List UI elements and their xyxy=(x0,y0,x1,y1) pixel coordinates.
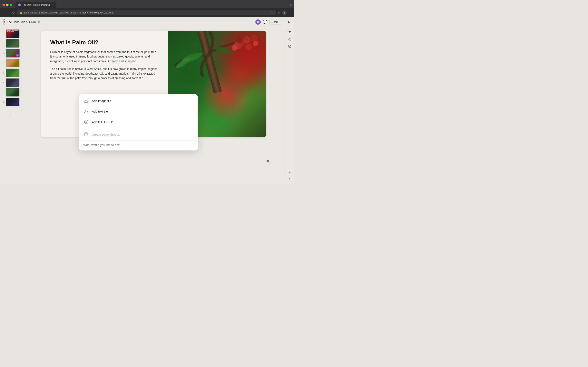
content-area: What is Palm Oil? Palm oil is a type of … xyxy=(22,27,285,184)
tab-close-btn[interactable]: ✕ xyxy=(52,4,53,6)
ssl-lock-icon: 🔒 xyxy=(20,11,22,14)
more-options-icon[interactable]: ··· xyxy=(283,20,286,24)
tab-title: The Dark Side of Palm Oil xyxy=(22,3,51,6)
slide-number-8: 8 xyxy=(2,101,4,103)
reload-btn[interactable]: ↻ xyxy=(11,10,16,16)
minimize-window-btn[interactable] xyxy=(6,4,9,6)
add-image-label: Add image tile xyxy=(92,99,111,103)
app-title: The Dark Side of Palm Oil xyxy=(7,20,255,24)
create-page-label: Create page about... xyxy=(92,133,120,136)
slide-item-7[interactable]: 7 xyxy=(2,88,20,97)
slide-body: Palm oil is a type of edible vegetable o… xyxy=(50,50,159,80)
popup-input-row xyxy=(79,141,198,149)
slide-item-4[interactable]: 4 xyxy=(2,59,20,67)
slide-thumb-1[interactable]: Discover the harmful impact of Palm Oil … xyxy=(6,29,20,38)
browser-more-icon[interactable]: ⋮ xyxy=(288,11,292,15)
url-display: tome.app/sarahsworkspace/the-dark-side-o… xyxy=(24,11,114,14)
slide-number-1: 1 xyxy=(2,33,4,35)
slide-item-2[interactable]: 2 xyxy=(2,39,20,48)
window-controls xyxy=(2,4,12,6)
add-text-label: Add text tile xyxy=(92,110,108,113)
forward-nav-btn[interactable]: › xyxy=(7,10,9,15)
browser-chrome: The Dark Side of Palm Oil ✕ + ≡ ‹ › ↻ 🔒 … xyxy=(0,0,294,17)
slide-number-6: 6 xyxy=(2,82,4,84)
slide-thumb-4[interactable] xyxy=(6,59,20,67)
app-header: ‹ The Dark Side of Palm Oil S 💬 Share ··… xyxy=(0,17,294,27)
svg-point-5 xyxy=(245,44,252,50)
slide-thumb-8[interactable] xyxy=(6,98,20,106)
slide-paragraph-1: Palm oil is a type of edible vegetable o… xyxy=(50,50,159,63)
popup-item-add-dalle[interactable]: Add DALL·E tile xyxy=(79,117,198,127)
maximize-window-btn[interactable] xyxy=(10,4,12,6)
slide-number-7: 7 xyxy=(2,91,4,94)
add-slide-row[interactable]: + xyxy=(2,109,20,116)
slide-item-8[interactable]: 8 xyxy=(2,98,20,106)
browser-tab-active[interactable]: The Dark Side of Palm Oil ✕ xyxy=(16,2,56,8)
add-dalle-label: Add DALL·E tile xyxy=(92,120,113,124)
share-button[interactable]: Share xyxy=(269,20,281,25)
svg-text:✦: ✦ xyxy=(87,135,88,136)
svg-point-6 xyxy=(251,34,258,42)
header-actions: S 💬 Share ··· ▶ xyxy=(255,19,291,25)
slide-item-5[interactable]: 5 xyxy=(2,68,20,77)
svg-point-2 xyxy=(243,36,251,43)
slide-number-2: 2 xyxy=(2,42,4,45)
user-avatar: S xyxy=(255,19,261,25)
svg-point-3 xyxy=(232,45,237,50)
svg-point-7 xyxy=(253,41,259,46)
user-badge-slide-3: S xyxy=(16,54,19,57)
popup-arrow-icon: › xyxy=(192,133,194,136)
target-button[interactable]: ◎ xyxy=(288,37,291,41)
mouse-cursor: ↖ xyxy=(268,160,271,164)
add-tile-button[interactable]: + xyxy=(288,29,291,34)
slide-item-3[interactable]: 3 S xyxy=(2,49,20,58)
browser-menu-icon[interactable]: ≡ xyxy=(290,3,292,7)
dalle-icon xyxy=(83,119,89,125)
slide-thumb-2[interactable] xyxy=(6,39,20,48)
bookmark-icon[interactable]: ☆ xyxy=(271,11,274,14)
popup-item-create-page[interactable]: ✦ Create page about... › xyxy=(79,129,198,140)
slides-sidebar: 1 Discover the harmful impact of Palm Oi… xyxy=(0,27,22,184)
popup-item-add-text[interactable]: Aa Add text tile xyxy=(79,106,198,117)
new-tab-btn[interactable]: + xyxy=(57,2,64,8)
slide-paragraph-2: The oil palm tree is native to West Afri… xyxy=(50,67,159,80)
slide-number-4: 4 xyxy=(2,62,4,64)
slide-thumb-3[interactable]: S xyxy=(6,49,20,58)
slide-thumb-5[interactable] xyxy=(6,68,20,77)
right-sidebar: + ◎ ✦ ? xyxy=(285,27,294,184)
close-window-btn[interactable] xyxy=(2,4,5,6)
main-layout: 1 Discover the harmful impact of Palm Oi… xyxy=(0,27,294,184)
profile-icon[interactable]: I xyxy=(282,10,287,15)
slide-item-1[interactable]: 1 Discover the harmful impact of Palm Oi… xyxy=(2,29,20,38)
slide-thumb-7[interactable] xyxy=(6,88,20,97)
tab-bar: The Dark Side of Palm Oil ✕ + ≡ xyxy=(0,0,294,8)
popup-input-field[interactable] xyxy=(83,143,194,147)
add-text-icon: Aa xyxy=(83,108,89,114)
popup-menu: Add image tile Aa Add text tile Add DALL… xyxy=(79,94,198,150)
slide-thumb-6[interactable] xyxy=(6,78,20,87)
create-page-icon: ✦ xyxy=(83,132,89,137)
browser-toolbar-actions: ⊞ I ⋮ xyxy=(278,10,292,15)
extensions-icon[interactable]: ⊞ xyxy=(278,11,281,15)
chat-icon[interactable]: 💬 xyxy=(263,20,267,24)
address-bar-row: ‹ › ↻ 🔒 tome.app/sarahsworkspace/the-dar… xyxy=(0,8,294,17)
add-image-icon xyxy=(83,98,89,104)
add-slide-button[interactable]: + xyxy=(10,110,20,116)
slide-number-5: 5 xyxy=(2,72,4,74)
play-button[interactable]: ▶ xyxy=(288,20,291,24)
svg-point-4 xyxy=(237,38,242,43)
tab-favicon xyxy=(18,3,21,6)
slide-item-6[interactable]: 6 xyxy=(2,78,20,87)
slide-heading: What is Palm Oil? xyxy=(50,39,159,46)
popup-item-add-image[interactable]: Add image tile xyxy=(79,95,198,106)
theme-button[interactable] xyxy=(288,44,292,49)
back-nav-btn[interactable]: ‹ xyxy=(2,10,5,15)
back-button[interactable]: ‹ xyxy=(3,19,5,25)
magic-button[interactable]: ✦ xyxy=(288,171,291,175)
help-button[interactable]: ? xyxy=(289,178,291,181)
address-bar[interactable]: 🔒 tome.app/sarahsworkspace/the-dark-side… xyxy=(17,10,276,15)
slide-number-3: 3 xyxy=(2,52,4,54)
